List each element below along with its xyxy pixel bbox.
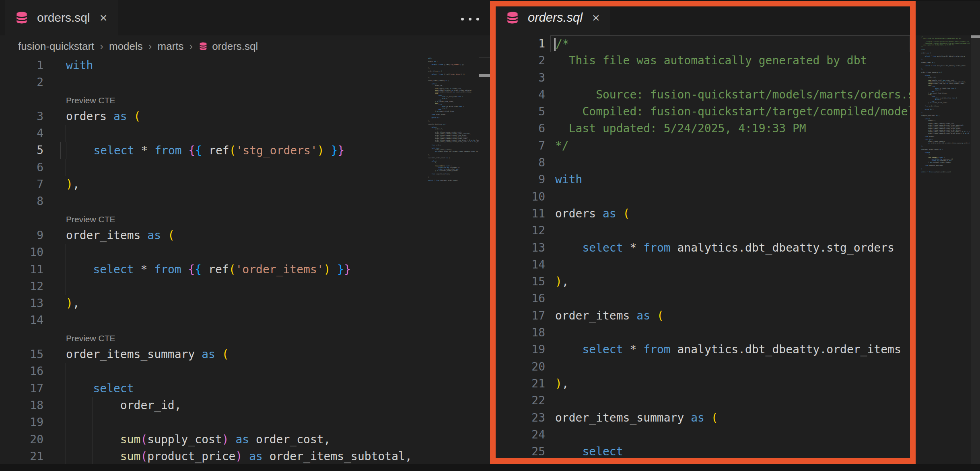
code-line[interactable]: 10 [0, 244, 490, 261]
code-line[interactable]: 16 [490, 290, 916, 307]
code-line[interactable]: 2 [0, 74, 490, 91]
code-text[interactable]: ), [550, 273, 910, 290]
code-line[interactable]: 6 [0, 159, 490, 176]
codelens-text[interactable]: Preview CTE [60, 329, 427, 346]
code-text[interactable] [60, 159, 427, 176]
code-line[interactable]: 14 [0, 312, 490, 329]
codelens-text[interactable]: Preview CTE [60, 210, 427, 227]
code-text[interactable] [60, 193, 427, 210]
codelens-row[interactable]: Preview CTE [0, 329, 490, 346]
code-text[interactable]: select * from {{ ref('order_items') }} [60, 261, 427, 278]
code-line[interactable]: 7), [0, 176, 490, 193]
code-line[interactable]: 3 [490, 70, 916, 86]
codelens-row[interactable]: Preview CTE [0, 91, 490, 108]
code-text[interactable] [60, 244, 427, 261]
right-editor-scrollbar[interactable] [971, 35, 980, 464]
code-line[interactable]: 5 Compiled: fusion-quickstart/target/com… [490, 103, 916, 120]
code-text[interactable]: order_items_summary as ( [60, 346, 427, 363]
code-text[interactable]: order_items as ( [60, 227, 427, 244]
code-line[interactable]: 17 select [0, 380, 490, 397]
more-actions-icon[interactable] [461, 18, 479, 20]
code-line[interactable]: 13), [0, 295, 490, 312]
code-text[interactable] [550, 70, 910, 86]
code-line[interactable]: 16 [0, 363, 490, 380]
code-text[interactable] [550, 188, 910, 205]
code-line[interactable]: 11 select * from {{ ref('order_items') }… [0, 261, 490, 278]
code-line[interactable]: 4 [0, 125, 490, 142]
code-text[interactable]: Last updated: 5/24/2025, 4:19:33 PM [550, 120, 910, 137]
tab-orders-sql-left[interactable]: orders.sql × [5, 0, 118, 35]
code-text[interactable] [550, 256, 910, 273]
code-text[interactable]: select [60, 380, 427, 397]
codelens-row[interactable]: Preview CTE [0, 210, 490, 227]
code-text[interactable]: select [550, 443, 910, 460]
code-text[interactable]: order_items as ( [550, 307, 910, 324]
code-text[interactable]: select * from analytics.dbt_dbeatty.stg_… [550, 240, 910, 256]
code-text[interactable]: with [550, 171, 910, 188]
code-text[interactable]: order_id, [60, 397, 427, 414]
code-text[interactable]: orders as ( [60, 108, 427, 125]
codelens-preview-cte[interactable]: Preview CTE [66, 96, 115, 105]
code-line[interactable]: 19 select * from analytics.dbt_dbeatty.o… [490, 341, 916, 358]
code-text[interactable]: orders as ( [550, 205, 910, 222]
codelens-preview-cte[interactable]: Preview CTE [66, 215, 115, 224]
code-line[interactable]: 15), [490, 273, 916, 290]
code-line[interactable]: 20 sum(supply_cost) as order_cost, [0, 431, 490, 448]
code-text[interactable]: with [60, 57, 427, 74]
tab-orders-sql-preview[interactable]: orders.sql × [496, 0, 610, 35]
left-editor-scrollbar[interactable] [479, 57, 490, 464]
code-text[interactable]: ), [550, 375, 910, 392]
code-line[interactable]: 1with [0, 57, 490, 74]
code-text[interactable] [60, 312, 427, 329]
code-text[interactable] [550, 392, 910, 409]
code-text[interactable] [550, 290, 910, 307]
breadcrumb-item-marts[interactable]: marts [157, 40, 183, 53]
code-text[interactable] [550, 426, 910, 443]
code-text[interactable] [550, 222, 910, 239]
code-line[interactable]: 14 [490, 256, 916, 273]
code-text[interactable]: ), [60, 176, 427, 193]
code-line[interactable]: 4 Source: fusion-quickstart/models/marts… [490, 86, 916, 103]
code-text[interactable]: select * from {{ ref('stg_orders') }} [60, 142, 427, 159]
breadcrumb-item-file[interactable]: orders.sql [198, 40, 258, 53]
code-line[interactable]: 9order_items as ( [0, 227, 490, 244]
code-line[interactable]: 9with [490, 171, 916, 188]
code-line[interactable]: 11orders as ( [490, 205, 916, 222]
code-line[interactable]: 25 select [490, 443, 916, 460]
code-text[interactable] [60, 278, 427, 295]
code-line[interactable]: 17order_items as ( [490, 307, 916, 324]
code-line[interactable]: 8 [0, 193, 490, 210]
breadcrumb-item-project[interactable]: fusion-quickstart [18, 40, 94, 53]
codelens-text[interactable]: Preview CTE [60, 91, 427, 108]
code-text[interactable]: select * from analytics.dbt_dbeatty.orde… [550, 341, 910, 358]
code-line[interactable]: 7*/ [490, 137, 916, 154]
code-line[interactable]: 22 [490, 392, 916, 409]
code-line[interactable]: 8 [490, 154, 916, 171]
code-text[interactable] [60, 125, 427, 142]
code-line[interactable]: 1/* [490, 35, 916, 52]
code-text[interactable]: */ [550, 137, 910, 154]
code-line[interactable]: 5 select * from {{ ref('stg_orders') }} [0, 142, 490, 159]
code-line[interactable]: 6 Last updated: 5/24/2025, 4:19:33 PM [490, 120, 916, 137]
breadcrumb-item-models[interactable]: models [109, 40, 143, 53]
code-text[interactable] [550, 154, 910, 171]
code-line[interactable]: 10 [490, 188, 916, 205]
code-line[interactable]: 15order_items_summary as ( [0, 346, 490, 363]
code-text[interactable] [60, 74, 427, 91]
code-text[interactable] [60, 414, 427, 431]
code-text[interactable]: This file was automatically generated by… [550, 52, 910, 69]
code-line[interactable]: 20 [490, 358, 916, 375]
code-text[interactable]: ), [60, 295, 427, 312]
scrollbar-thumb[interactable] [971, 35, 980, 38]
code-line[interactable]: 2 This file was automatically generated … [490, 52, 916, 69]
code-line[interactable]: 12 [490, 222, 916, 239]
close-icon[interactable]: × [100, 11, 107, 24]
code-line[interactable]: 21 sum(product_price) as order_items_sub… [0, 448, 490, 464]
code-line[interactable]: 24 [490, 426, 916, 443]
code-line[interactable]: 23order_items_summary as ( [490, 410, 916, 426]
code-text[interactable]: sum(supply_cost) as order_cost, [60, 431, 427, 448]
code-line[interactable]: 19 [0, 414, 490, 431]
source-code-editor[interactable]: 1with2Preview CTE3orders as (45 select *… [0, 57, 490, 464]
code-text[interactable]: Source: fusion-quickstart/models/marts/o… [550, 86, 910, 103]
code-line[interactable]: 13 select * from analytics.dbt_dbeatty.s… [490, 240, 916, 256]
